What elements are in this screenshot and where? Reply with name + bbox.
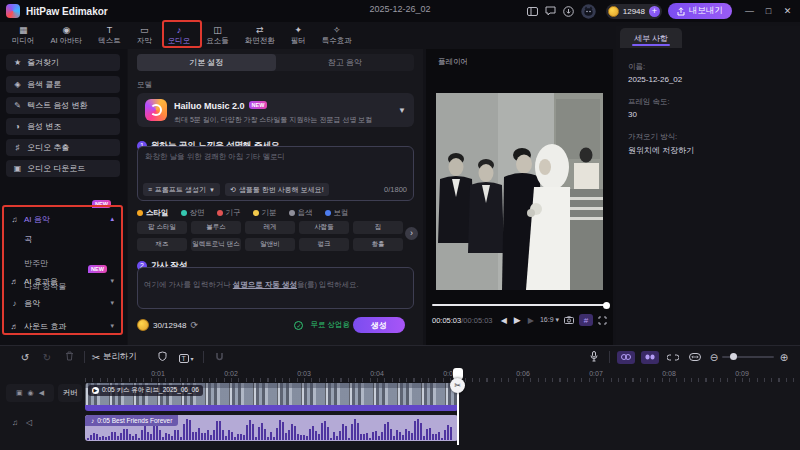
zoom-out-icon[interactable]: ⊖ xyxy=(706,352,722,363)
aspect-ratio-select[interactable]: 16:9 ▾ xyxy=(540,316,559,324)
delete-icon[interactable] xyxy=(58,351,80,363)
prompt-generator-button[interactable]: ≡프롬프트 생성기▼ xyxy=(143,183,220,196)
sidebar-item-1[interactable]: ★즐겨찾기 xyxy=(6,54,120,71)
lock-icon[interactable]: ▣ xyxy=(16,389,23,397)
grid-toggle-icon[interactable]: # xyxy=(579,314,593,326)
style-tag-5[interactable]: 집 xyxy=(353,221,403,234)
sidebar-subitem-1[interactable]: 곡 xyxy=(24,234,32,245)
lyrics-input[interactable]: 여기에 가사를 입력하거나 설명으로 자동 생성을(를) 입력하세요. xyxy=(137,267,414,309)
chevron-down-icon[interactable]: ▼ xyxy=(398,106,406,115)
fullscreen-icon[interactable] xyxy=(598,316,607,325)
tag-grid: 팝 스타일블루스레게사람들집재즈일렉트로닉 댄스알앤비펑크황홀 xyxy=(137,221,403,251)
generate-button[interactable]: 생성 xyxy=(353,317,405,333)
cover-button[interactable]: 커버 xyxy=(58,384,82,402)
denoise-icon[interactable] xyxy=(151,351,173,363)
split-at-playhead-badge[interactable]: ✂ xyxy=(450,378,465,393)
timeline-zoom-slider[interactable] xyxy=(722,356,774,358)
details-tab[interactable]: 세부 사항 xyxy=(620,28,682,48)
split-label[interactable]: 분리하기 xyxy=(103,351,137,363)
unlink-icon[interactable] xyxy=(662,352,684,363)
magnet-icon[interactable] xyxy=(208,352,230,363)
redo-icon[interactable]: ↻ xyxy=(36,352,58,363)
model-selector[interactable]: Hailuo Music 2.0NEW 최대 5분 길이, 다양한 가창 스타일… xyxy=(137,93,414,127)
chevron-down-icon: ▼ xyxy=(209,187,215,193)
tag-category-5[interactable]: 음색 xyxy=(289,208,313,218)
prev-frame-button[interactable]: ◀ xyxy=(501,316,507,325)
sidebar-item-label: 오디오 추출 xyxy=(27,142,69,153)
split-icon[interactable]: ✂ xyxy=(89,352,103,363)
sidebar-item-ai-music[interactable]: ♫AI 음악▴ xyxy=(10,212,118,226)
toolbar-tab-9[interactable]: ✧특수효과 xyxy=(314,22,360,49)
fit-timeline-icon[interactable] xyxy=(684,352,706,363)
style-tag-3[interactable]: 레게 xyxy=(245,221,295,234)
tag-category-4[interactable]: 기분 xyxy=(253,208,277,218)
model-new-badge: NEW xyxy=(249,101,268,109)
sidebar-item-AI 효과음[interactable]: ♬AI 효과음▾ xyxy=(10,274,118,288)
sidebar-item-3[interactable]: ✎텍스트 음성 변환 xyxy=(6,97,120,114)
video-track-header: ▣ ◉ ◀ xyxy=(6,384,54,402)
style-tag-8[interactable]: 알앤비 xyxy=(245,238,295,251)
style-tag-2[interactable]: 블루스 xyxy=(191,221,241,234)
toolbar-tab-6[interactable]: ◫요소들 xyxy=(198,22,237,49)
audio-clip-label: ♪ 0:05 Best Friends Forever xyxy=(85,415,178,426)
tag-category-3[interactable]: 기구 xyxy=(217,208,241,218)
detail-field-label: 프레임 속도: xyxy=(628,97,790,107)
tag-category-2[interactable]: 장면 xyxy=(181,208,205,218)
effects-icon: ✧ xyxy=(333,25,341,35)
style-tag-4[interactable]: 사람들 xyxy=(299,221,349,234)
timeline-ruler[interactable]: 0:010:020:030:040:050:060:070:080:09 xyxy=(0,368,800,383)
style-tag-10[interactable]: 황홀 xyxy=(353,238,403,251)
refresh-icon[interactable]: ⟳ xyxy=(190,320,198,330)
zoom-slider-knob[interactable] xyxy=(730,353,737,360)
sidebar-subitem-2[interactable]: 반주만 xyxy=(24,258,48,269)
toolbar-tab-8[interactable]: ✦필터 xyxy=(283,22,314,49)
sidebar-item-음악[interactable]: ♪음악▾ xyxy=(10,296,118,310)
sidebar-item-label: AI 효과음 xyxy=(24,276,105,287)
toolbar-tab-5[interactable]: ♪오디오 xyxy=(160,22,199,49)
tags-next-button[interactable]: › xyxy=(405,227,418,240)
sidebar-item-2[interactable]: ◈음색 클론 xyxy=(6,76,120,93)
style-tag-6[interactable]: 재즈 xyxy=(137,238,187,251)
sidebar-item-6[interactable]: ▣오디오 다운로드 xyxy=(6,160,120,177)
link-clips-icon[interactable] xyxy=(617,351,635,364)
next-frame-button[interactable]: ▶ xyxy=(528,316,534,325)
text-tool-icon[interactable]: T ▾ xyxy=(173,352,199,363)
style-tag-1[interactable]: 팝 스타일 xyxy=(137,221,187,234)
sidebar-item-사운드 효과[interactable]: ♬사운드 효과▾ xyxy=(10,319,118,333)
video-preview[interactable] xyxy=(436,93,603,290)
speaker-icon[interactable]: ◁ xyxy=(26,418,32,427)
toolbar-tab-7[interactable]: ⇄화면전환 xyxy=(237,22,283,49)
zoom-in-icon[interactable]: ⊕ xyxy=(774,352,794,363)
progress-knob[interactable] xyxy=(603,302,610,309)
try-sample-button[interactable]: ⟲샘플을 한번 사용해 보세요! xyxy=(225,183,329,196)
mute-icon[interactable]: ◀ xyxy=(39,389,44,397)
play-button[interactable]: ▶ xyxy=(514,315,521,325)
sidebar-item-5[interactable]: ♯오디오 추출 xyxy=(6,139,120,156)
transition-icon: ⇄ xyxy=(256,25,264,35)
player-progress-bar[interactable] xyxy=(432,304,607,306)
tab-reference-music[interactable]: 참고 음악 xyxy=(276,54,415,71)
toolbar-tab-1[interactable]: ▦미디어 xyxy=(4,22,43,49)
auto-generate-link[interactable]: 설명으로 자동 생성 xyxy=(233,280,297,289)
visibility-icon[interactable]: ◉ xyxy=(28,389,34,397)
player-panel: 플레이어 xyxy=(426,49,613,345)
style-tag-9[interactable]: 펑크 xyxy=(299,238,349,251)
tag-category-1[interactable]: 스타일 xyxy=(137,208,169,218)
toolbar-tab-label: 화면전환 xyxy=(245,36,275,46)
audio-clip[interactable]: ♪ 0:05 Best Friends Forever xyxy=(85,415,458,441)
tab-basic-settings[interactable]: 기본 설정 xyxy=(137,54,276,71)
prompt-input[interactable]: 화창한 날을 위한 경쾌한 아침 기타 멜로디 ≡프롬프트 생성기▼ ⟲샘플을 … xyxy=(137,146,414,201)
detail-field-2: 프레임 속도:30 xyxy=(628,97,790,119)
auto-ripple-icon[interactable] xyxy=(641,351,659,364)
star-icon: ★ xyxy=(13,58,22,67)
text-to-speech-icon: ✎ xyxy=(13,101,22,110)
toolbar-tab-4[interactable]: ▭자막 xyxy=(129,22,160,49)
toolbar-tab-3[interactable]: T텍스트 xyxy=(90,22,129,49)
sidebar-item-4[interactable]: ◑음성 변조 xyxy=(6,118,120,135)
record-mic-icon[interactable] xyxy=(583,351,605,364)
snapshot-icon[interactable] xyxy=(564,316,574,324)
style-tag-7[interactable]: 일렉트로닉 댄스 xyxy=(191,238,241,251)
undo-icon[interactable]: ↺ xyxy=(14,352,36,363)
tag-category-6[interactable]: 보컬 xyxy=(325,208,349,218)
toolbar-tab-2[interactable]: ◉AI 아바타 xyxy=(43,22,91,49)
